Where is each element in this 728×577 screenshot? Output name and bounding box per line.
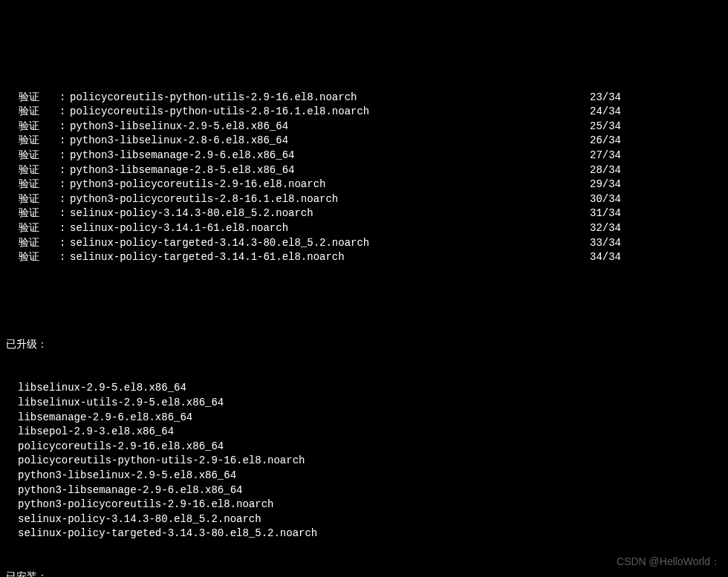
verify-package: python3-libsemanage-2.9-6.el8.x86_64 bbox=[70, 149, 590, 163]
blank-line bbox=[6, 294, 722, 309]
verify-package: python3-libselinux-2.8-6.el8.x86_64 bbox=[70, 134, 590, 149]
verify-label: 验证 bbox=[6, 177, 59, 192]
verify-package: python3-policycoreutils-2.9-16.el8.noarc… bbox=[70, 177, 590, 192]
verify-row: 验证: python3-libselinux-2.9-5.el8.x86_642… bbox=[6, 120, 722, 134]
verify-colon: : bbox=[59, 120, 70, 134]
verify-row: 验证: policycoreutils-python-utils-2.9-16.… bbox=[6, 91, 722, 105]
upgraded-item: libsemanage-2.9-6.el8.x86_64 bbox=[6, 411, 722, 426]
verify-label: 验证 bbox=[6, 134, 59, 149]
verify-package: python3-libsemanage-2.8-5.el8.x86_64 bbox=[70, 163, 590, 178]
verify-package: selinux-policy-targeted-3.14.1-61.el8.no… bbox=[70, 250, 590, 265]
installed-header: 已安装： bbox=[6, 570, 722, 577]
verify-label: 验证 bbox=[6, 221, 59, 236]
verify-row: 验证: python3-libsemanage-2.8-5.el8.x86_64… bbox=[6, 163, 722, 178]
verify-package: python3-policycoreutils-2.8-16.1.el8.noa… bbox=[70, 192, 590, 207]
terminal-output[interactable]: 验证: policycoreutils-python-utils-2.9-16.… bbox=[0, 58, 728, 577]
verify-colon: : bbox=[59, 105, 70, 120]
verify-row: 验证: python3-libselinux-2.8-6.el8.x86_642… bbox=[6, 134, 722, 149]
verify-row: 验证: selinux-policy-3.14.1-61.el8.noarch3… bbox=[6, 221, 722, 236]
verify-count: 33/34 bbox=[590, 236, 649, 251]
verify-row: 验证: python3-policycoreutils-2.8-16.1.el8… bbox=[6, 192, 722, 207]
upgraded-item: selinux-policy-3.14.3-80.el8_5.2.noarch bbox=[6, 512, 722, 527]
verify-label: 验证 bbox=[6, 250, 59, 265]
verify-package: policycoreutils-python-utils-2.9-16.el8.… bbox=[70, 91, 590, 105]
upgraded-header: 已升级： bbox=[6, 338, 722, 353]
verify-colon: : bbox=[59, 149, 70, 163]
verify-colon: : bbox=[59, 177, 70, 192]
verify-label: 验证 bbox=[6, 105, 59, 120]
verify-colon: : bbox=[59, 206, 70, 221]
verify-label: 验证 bbox=[6, 192, 59, 207]
verify-block: 验证: policycoreutils-python-utils-2.9-16.… bbox=[6, 91, 722, 265]
verify-count: 26/34 bbox=[590, 134, 649, 149]
verify-count: 31/34 bbox=[590, 206, 649, 221]
verify-count: 28/34 bbox=[590, 163, 649, 178]
upgraded-item: python3-policycoreutils-2.9-16.el8.noarc… bbox=[6, 498, 722, 512]
upgraded-item: python3-libselinux-2.9-5.el8.x86_64 bbox=[6, 469, 722, 483]
verify-count: 25/34 bbox=[590, 120, 649, 134]
verify-colon: : bbox=[59, 236, 70, 251]
verify-count: 29/34 bbox=[590, 177, 649, 192]
verify-label: 验证 bbox=[6, 206, 59, 221]
upgraded-item: libselinux-2.9-5.el8.x86_64 bbox=[6, 381, 722, 396]
verify-row: 验证: python3-policycoreutils-2.9-16.el8.n… bbox=[6, 177, 722, 192]
upgraded-item: policycoreutils-python-utils-2.9-16.el8.… bbox=[6, 454, 722, 469]
upgraded-item: libselinux-utils-2.9-5.el8.x86_64 bbox=[6, 396, 722, 411]
verify-label: 验证 bbox=[6, 236, 59, 251]
verify-row: 验证: python3-libsemanage-2.9-6.el8.x86_64… bbox=[6, 149, 722, 163]
verify-label: 验证 bbox=[6, 149, 59, 163]
verify-package: policycoreutils-python-utils-2.8-16.1.el… bbox=[70, 105, 590, 120]
verify-colon: : bbox=[59, 192, 70, 207]
upgraded-item: python3-libsemanage-2.9-6.el8.x86_64 bbox=[6, 483, 722, 498]
upgraded-item: policycoreutils-2.9-16.el8.x86_64 bbox=[6, 440, 722, 454]
verify-colon: : bbox=[59, 91, 70, 105]
verify-count: 32/34 bbox=[590, 221, 649, 236]
verify-colon: : bbox=[59, 163, 70, 178]
watermark: CSDN @HelloWorld： bbox=[617, 555, 721, 570]
verify-label: 验证 bbox=[6, 163, 59, 178]
verify-count: 34/34 bbox=[590, 250, 649, 265]
verify-row: 验证: policycoreutils-python-utils-2.8-16.… bbox=[6, 105, 722, 120]
verify-count: 24/34 bbox=[590, 105, 649, 120]
verify-colon: : bbox=[59, 250, 70, 265]
verify-colon: : bbox=[59, 134, 70, 149]
verify-label: 验证 bbox=[6, 120, 59, 134]
verify-package: selinux-policy-targeted-3.14.3-80.el8_5.… bbox=[70, 236, 590, 251]
verify-package: selinux-policy-3.14.3-80.el8_5.2.noarch bbox=[70, 206, 590, 221]
verify-row: 验证: selinux-policy-3.14.3-80.el8_5.2.noa… bbox=[6, 206, 722, 221]
verify-colon: : bbox=[59, 221, 70, 236]
verify-package: selinux-policy-3.14.1-61.el8.noarch bbox=[70, 221, 590, 236]
verify-package: python3-libselinux-2.9-5.el8.x86_64 bbox=[70, 120, 590, 134]
verify-count: 30/34 bbox=[590, 192, 649, 207]
verify-count: 27/34 bbox=[590, 149, 649, 163]
verify-row: 验证: selinux-policy-targeted-3.14.1-61.el… bbox=[6, 250, 722, 265]
verify-label: 验证 bbox=[6, 91, 59, 105]
upgraded-item: libsepol-2.9-3.el8.x86_64 bbox=[6, 425, 722, 440]
upgraded-block: libselinux-2.9-5.el8.x86_64libselinux-ut… bbox=[6, 381, 722, 541]
verify-row: 验证: selinux-policy-targeted-3.14.3-80.el… bbox=[6, 236, 722, 251]
verify-count: 23/34 bbox=[590, 91, 649, 105]
upgraded-item: selinux-policy-targeted-3.14.3-80.el8_5.… bbox=[6, 527, 722, 541]
